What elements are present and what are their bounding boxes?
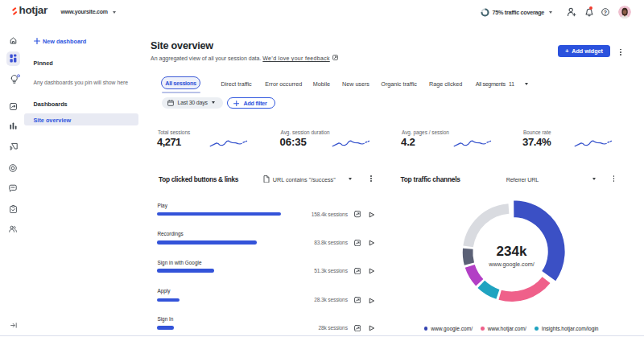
svg-text:?: ?: [604, 10, 607, 15]
